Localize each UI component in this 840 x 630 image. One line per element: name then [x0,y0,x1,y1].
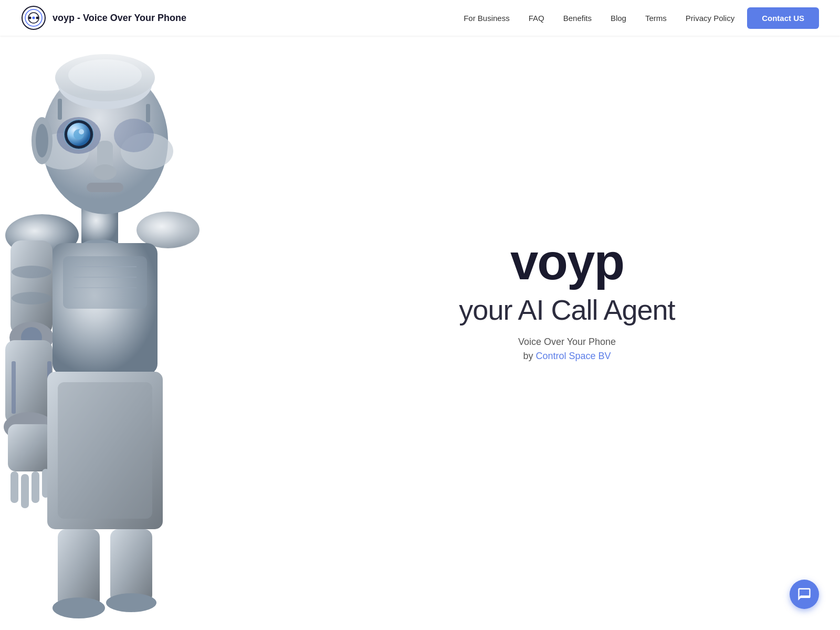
nav-for-business[interactable]: For Business [464,14,510,23]
chat-icon [797,587,812,602]
hero-section: voyp your AI Call Agent Voice Over Your … [0,0,840,630]
logo-link[interactable]: voyp - Voice Over Your Phone [21,5,186,30]
voyp-logo-icon [21,5,46,30]
nav-links: For Business FAQ Benefits Blog Terms Pri… [464,14,734,23]
nav-blog[interactable]: Blog [611,14,626,23]
nav-terms[interactable]: Terms [645,14,667,23]
hero-by-prefix: by [523,351,533,361]
hero-by-line: by Control Space BV [523,351,611,362]
hero-subtitle: Voice Over Your Phone [518,337,616,348]
hero-tagline: your AI Call Agent [459,293,675,326]
hero-company-link[interactable]: Control Space BV [536,351,611,361]
svg-point-5 [36,17,39,19]
hero-brand: voyp [510,237,624,287]
svg-rect-57 [0,36,294,630]
logo-text: voyp - Voice Over Your Phone [52,13,186,24]
chat-bubble-button[interactable] [790,580,819,609]
contact-us-button[interactable]: Contact US [747,7,819,29]
svg-point-3 [29,17,32,19]
svg-point-4 [33,17,35,19]
robot-illustration [0,36,294,630]
robot-image-area [0,0,294,630]
nav-benefits[interactable]: Benefits [563,14,592,23]
nav-faq[interactable]: FAQ [529,14,544,23]
nav-privacy-policy[interactable]: Privacy Policy [686,14,734,23]
hero-content: voyp your AI Call Agent Voice Over Your … [294,0,840,630]
navbar: voyp - Voice Over Your Phone For Busines… [0,0,840,36]
